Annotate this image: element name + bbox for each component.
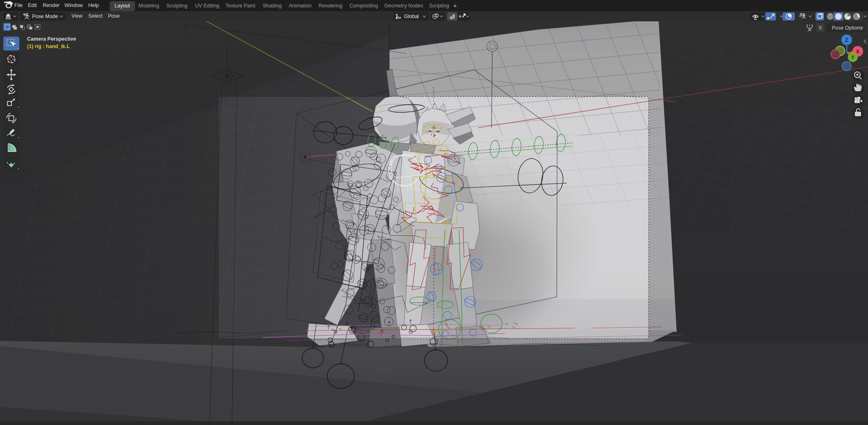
svg-text:Y: Y [851, 55, 854, 60]
svg-text:X: X [819, 25, 822, 31]
svg-text:Camera Perspective: Camera Perspective [27, 36, 76, 42]
svg-text:(1) rig : hand_ik.L: (1) rig : hand_ik.L [27, 44, 70, 49]
svg-text:X: X [856, 48, 860, 55]
svg-text:Pose Options: Pose Options [832, 25, 863, 31]
svg-text:Z: Z [845, 37, 848, 43]
